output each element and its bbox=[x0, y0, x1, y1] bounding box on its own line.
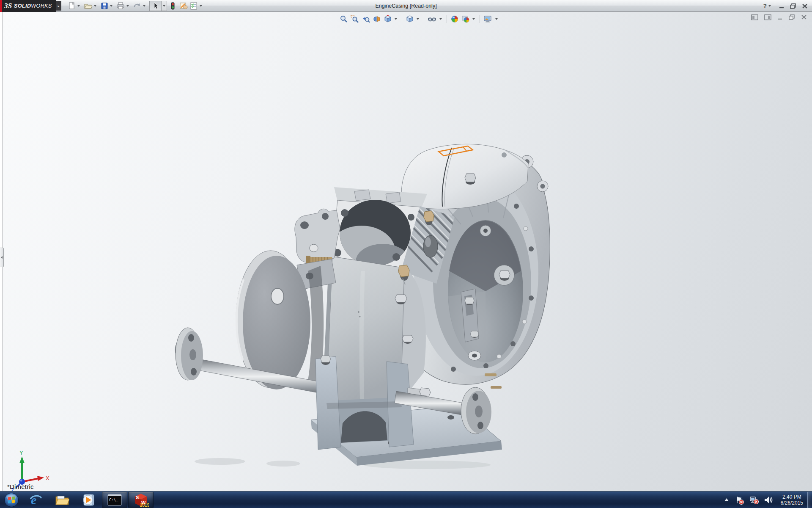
start-button[interactable] bbox=[0, 492, 22, 508]
collapse-pane-left-icon[interactable] bbox=[751, 14, 758, 20]
zoom-to-area-button[interactable] bbox=[351, 15, 359, 23]
taskbar-internet-explorer[interactable]: e bbox=[23, 492, 49, 508]
action-center-icon[interactable] bbox=[735, 495, 744, 505]
help-button[interactable]: ? bbox=[763, 3, 774, 9]
svg-text:2015: 2015 bbox=[140, 503, 149, 507]
headsup-view-toolbar bbox=[338, 14, 500, 24]
view-orientation-label: *Dimetric bbox=[7, 483, 34, 490]
edit-appearance-viewport-button[interactable] bbox=[450, 15, 459, 23]
minimize-button[interactable] bbox=[779, 3, 785, 9]
clock-time: 2:40 PM bbox=[781, 494, 803, 500]
doc-restore-button[interactable] bbox=[789, 14, 795, 20]
doc-close-button[interactable] bbox=[801, 14, 807, 20]
taskbar-command-prompt[interactable]: C:\_ bbox=[102, 492, 127, 508]
hide-show-dropdown[interactable] bbox=[439, 18, 442, 20]
show-desktop-button[interactable] bbox=[807, 491, 812, 508]
taskbar-solidworks[interactable]: S W 2015 bbox=[128, 492, 154, 508]
view-settings-dropdown[interactable] bbox=[495, 18, 498, 20]
svg-text:S: S bbox=[136, 495, 139, 500]
view-orientation-button[interactable] bbox=[384, 15, 392, 23]
view-settings-button[interactable] bbox=[483, 15, 493, 23]
taskbar-clock[interactable]: 2:40 PM 6/26/2015 bbox=[781, 494, 803, 506]
previous-view-button[interactable] bbox=[362, 15, 370, 23]
display-style-button[interactable] bbox=[406, 15, 414, 23]
volume-icon[interactable] bbox=[764, 496, 773, 504]
titlebar: ЗS SOLIDWORKS ▸ bbox=[0, 0, 812, 12]
display-style-dropdown[interactable] bbox=[417, 18, 419, 20]
taskbar-media-player[interactable] bbox=[76, 492, 101, 508]
svg-text:C:\_: C:\_ bbox=[109, 498, 118, 502]
graphics-area[interactable] bbox=[3, 12, 812, 491]
window-title: EngineCasing [Read-only] bbox=[0, 0, 812, 12]
show-hidden-icons-button[interactable] bbox=[724, 498, 729, 502]
section-view-button[interactable] bbox=[373, 15, 381, 23]
network-status-icon[interactable] bbox=[749, 495, 759, 505]
apply-scene-button[interactable] bbox=[461, 15, 470, 23]
view-orientation-dropdown[interactable] bbox=[395, 18, 397, 20]
featuremanager-splitter-tab[interactable] bbox=[0, 248, 4, 267]
taskbar-windows-explorer[interactable] bbox=[49, 492, 75, 508]
collapse-pane-right-icon[interactable] bbox=[764, 14, 771, 20]
apply-scene-dropdown[interactable] bbox=[472, 18, 475, 20]
doc-minimize-button[interactable] bbox=[777, 14, 783, 20]
hide-show-items-button[interactable] bbox=[428, 15, 437, 23]
restore-button[interactable] bbox=[790, 3, 796, 9]
close-button[interactable] bbox=[802, 3, 808, 9]
zoom-to-fit-button[interactable] bbox=[340, 15, 348, 23]
clock-date: 6/26/2015 bbox=[781, 500, 803, 506]
svg-text:e: e bbox=[31, 493, 36, 507]
taskbar: e C:\_ S W 2015 bbox=[0, 491, 812, 508]
document-window-controls bbox=[751, 14, 807, 20]
